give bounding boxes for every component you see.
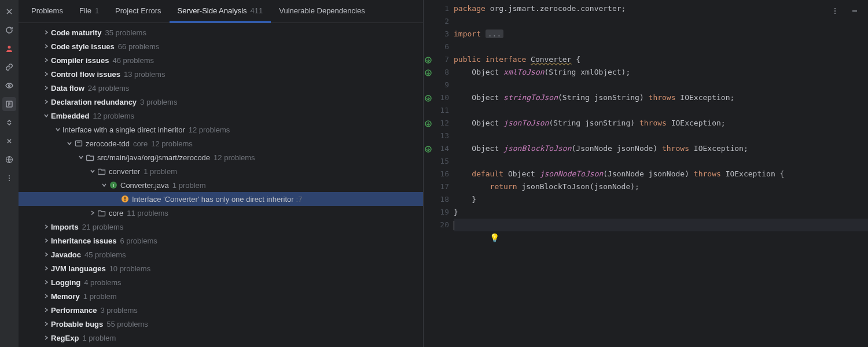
user-icon[interactable] [2, 42, 16, 56]
tree-node[interactable]: Inheritance issues6 problems [19, 234, 423, 248]
tree-label: Performance [51, 306, 97, 315]
chevron-down-icon[interactable] [53, 125, 62, 134]
tree-node[interactable]: IConverter.java1 problem [19, 178, 423, 192]
intention-bulb-icon[interactable]: 💡 [490, 231, 499, 244]
chevron-right-icon[interactable] [42, 222, 51, 231]
minimize-icon[interactable] [848, 7, 861, 17]
chevron-right-icon[interactable] [42, 97, 51, 106]
tab-problems[interactable]: Problems [23, 0, 71, 23]
code-line[interactable]: } [454, 206, 868, 219]
tree-node[interactable]: RegExp1 problem [19, 331, 423, 345]
tree-node[interactable]: Imports21 problems [19, 220, 423, 234]
tab-project-errors[interactable]: Project Errors [107, 0, 169, 23]
implementing-method-icon[interactable] [424, 144, 432, 152]
code-line[interactable] [454, 130, 868, 142]
code-line[interactable] [454, 79, 868, 91]
tree-meta: 1 problem [172, 181, 206, 190]
tree-meta: 13 problems [124, 70, 165, 79]
code-line[interactable]: package org.jsmart.zerocode.converter; [454, 2, 868, 15]
chevron-right-icon[interactable] [42, 69, 51, 79]
tree-node[interactable]: converter1 problem [19, 164, 423, 178]
code-line[interactable]: Object stringToJson(String jsonString) t… [454, 91, 868, 104]
tree-meta: core [133, 139, 148, 148]
code-line[interactable] [454, 15, 868, 28]
tree-node[interactable]: Memory1 problem [19, 289, 423, 303]
folder-icon [97, 167, 106, 176]
tree-node[interactable]: core11 problems [19, 206, 423, 220]
tree-label: Declaration redundancy [51, 98, 137, 106]
chevron-right-icon[interactable] [42, 278, 51, 287]
tree-node[interactable]: Interface with a single direct inheritor… [19, 123, 423, 136]
preview-icon[interactable] [2, 79, 16, 93]
tree-label: Imports [51, 223, 79, 231]
tree-node[interactable]: Control flow issues13 problems [19, 67, 423, 81]
code-line[interactable]: Object jsonBlockToJson(JsonNode jsonNode… [454, 142, 868, 155]
line-number: 8 [424, 66, 454, 79]
chevron-right-icon[interactable] [42, 305, 51, 315]
code-line[interactable] [454, 155, 868, 168]
chevron-right-icon[interactable] [42, 333, 51, 342]
refresh-icon[interactable] [2, 23, 16, 37]
expand-icon[interactable] [2, 116, 16, 130]
code-line[interactable]: } [454, 193, 868, 206]
chevron-right-icon[interactable] [42, 291, 51, 301]
more-icon[interactable] [2, 171, 16, 185]
tree-node[interactable]: JVM languages10 problems [19, 261, 423, 275]
chevron-right-icon[interactable] [42, 83, 51, 93]
code-line[interactable]: default Object jsonNodeToJson(JsonNode j… [454, 168, 868, 180]
implementing-method-icon[interactable] [424, 93, 432, 101]
chevron-right-icon[interactable] [42, 42, 51, 51]
tree-node[interactable]: Compiler issues46 problems [19, 53, 423, 67]
code-editor[interactable]: 12367891011121314151617181920 💡 package … [424, 0, 868, 347]
link-icon[interactable] [2, 60, 16, 74]
globe-icon[interactable] [2, 153, 16, 167]
tree-node[interactable]: src/main/java/org/jsmart/zerocode12 prob… [19, 150, 423, 164]
chevron-right-icon[interactable] [42, 250, 51, 259]
tree-node[interactable]: Performance3 problems [19, 303, 423, 317]
code-line[interactable] [454, 40, 868, 53]
code-line[interactable]: return jsonBlockToJson(jsonNode); [454, 180, 868, 193]
tree-node[interactable]: Javadoc45 problems [19, 248, 423, 261]
kebab-icon[interactable] [829, 7, 841, 17]
tree-node[interactable]: Data flow24 problems [19, 81, 423, 95]
implementing-method-icon[interactable] [424, 55, 432, 63]
implementing-method-icon[interactable] [424, 68, 432, 76]
chevron-down-icon[interactable] [88, 167, 97, 176]
tree-node[interactable]: Interface 'Converter' has only one direc… [19, 192, 423, 206]
chevron-right-icon[interactable] [42, 236, 51, 245]
tab-file[interactable]: File1 [71, 0, 107, 23]
tree-node[interactable]: Probable bugs55 problems [19, 317, 423, 331]
chevron-down-icon[interactable] [76, 153, 86, 162]
tree-node[interactable]: Code style issues66 problems [19, 39, 423, 53]
code-line[interactable]: public interface Converter { [454, 53, 868, 66]
chevron-right-icon[interactable] [42, 56, 51, 65]
close-icon[interactable] [2, 5, 16, 19]
tree-node[interactable]: Logging4 problems [19, 275, 423, 289]
code-line[interactable] [454, 104, 868, 117]
tree-node[interactable]: Embedded12 problems [19, 109, 423, 123]
chevron-right-icon[interactable] [42, 28, 51, 37]
chevron-down-icon[interactable] [100, 180, 109, 190]
line-number: 3 [424, 28, 454, 40]
tree-label: JVM languages [51, 264, 106, 273]
code-line[interactable]: Object xmlToJson(String xmlObject); [454, 66, 868, 79]
implementing-method-icon[interactable] [424, 119, 432, 127]
tree-node[interactable]: Code maturity35 problems [19, 25, 423, 39]
chevron-down-icon[interactable] [42, 111, 51, 120]
editor-code[interactable]: 💡 package org.jsmart.zerocode.converter;… [454, 0, 868, 347]
code-line[interactable]: import ... [454, 28, 868, 40]
code-line[interactable]: Object jsonToJson(String jsonString) thr… [454, 117, 868, 130]
details-icon[interactable] [2, 97, 16, 111]
tab-server-side-analysis[interactable]: Server-Side Analysis411 [170, 0, 271, 23]
chevron-right-icon[interactable] [42, 264, 51, 273]
code-line[interactable] [454, 219, 868, 231]
collapse-icon[interactable] [2, 134, 16, 148]
tree-node[interactable]: zerocode-tddcore12 problems [19, 136, 423, 150]
chevron-right-icon[interactable] [88, 208, 97, 217]
tree-label: zerocode-tdd [86, 139, 130, 148]
chevron-right-icon[interactable] [42, 319, 51, 328]
tree-node[interactable]: Declaration redundancy3 problems [19, 95, 423, 109]
problems-tree[interactable]: Code maturity35 problemsCode style issue… [19, 23, 423, 347]
tab-vulnerable-dependencies[interactable]: Vulnerable Dependencies [271, 0, 373, 23]
chevron-down-icon[interactable] [65, 139, 74, 148]
